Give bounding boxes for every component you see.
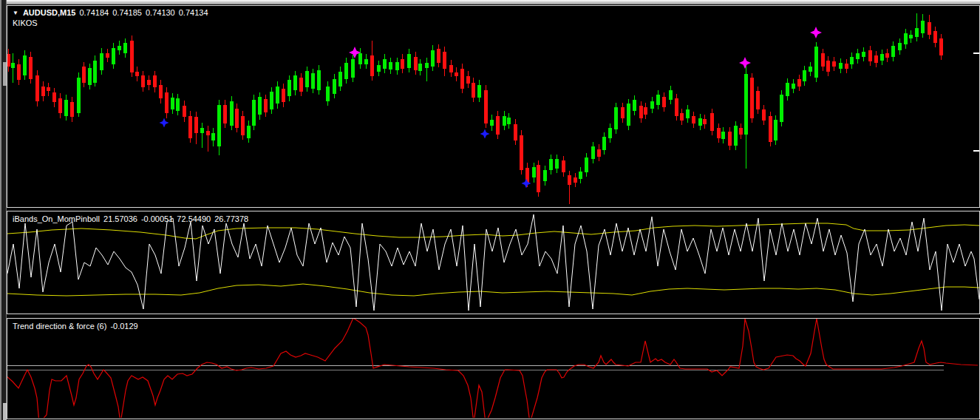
trend-force-indicator-panel[interactable]: Trend direction & force (6)-0.0129 (7, 318, 980, 419)
chart-header: ▼AUDUSD,M150.741840.741850.741300.74134 (13, 8, 208, 18)
high-value: 0.74185 (112, 8, 142, 17)
low-value: 0.74130 (146, 8, 175, 17)
ibands-name: iBands_On_MomPinboll (13, 214, 100, 223)
ibands-value-3: 72.54490 (177, 214, 211, 223)
top-scrollbar[interactable] (7, 0, 980, 4)
overlay-indicator-label: KIKOS (13, 18, 38, 28)
ibands-value-1: 21.57036 (103, 214, 137, 223)
trend-force-header: Trend direction & force (6)-0.0129 (13, 322, 138, 331)
symbol-period-label: AUDUSD,M15 (23, 8, 76, 17)
left-scrollbar[interactable] (0, 0, 7, 420)
open-value: 0.74184 (79, 8, 109, 17)
close-value: 0.74134 (179, 8, 208, 17)
ibands-header: iBands_On_MomPinboll21.57036-0.0005172.5… (13, 214, 248, 224)
ibands-indicator-panel[interactable]: iBands_On_MomPinboll21.57036-0.0005172.5… (7, 211, 980, 314)
ibands-value-4: 26.77378 (214, 214, 248, 223)
trend-force-name: Trend direction & force (6) (13, 322, 106, 331)
trend-force-value: -0.0129 (110, 322, 137, 331)
price-chart-panel[interactable]: ▼AUDUSD,M150.741840.741850.741300.74134 … (7, 5, 980, 208)
chevron-down-icon[interactable]: ▼ (13, 8, 18, 18)
ibands-value-2: -0.00051 (141, 214, 173, 223)
mt4-chart-window: ▼AUDUSD,M150.741840.741850.741300.74134 … (0, 0, 980, 420)
